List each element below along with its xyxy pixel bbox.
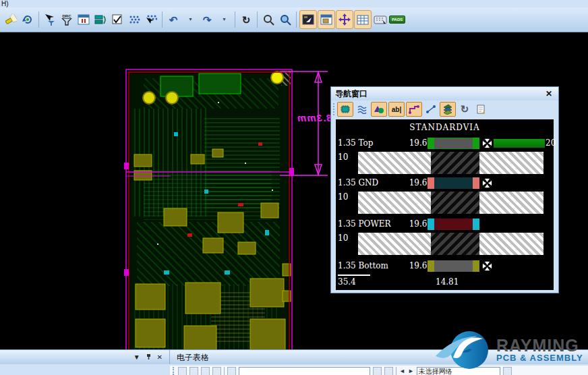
navigation-window: 导航窗口 ✕ ab|	[330, 86, 559, 293]
stackup-layer-top[interactable]: 1.35 Top 19.69 20	[336, 138, 554, 149]
menu-remnant[interactable]: H)	[1, 0, 9, 7]
filter-input[interactable]	[239, 367, 370, 375]
toolbar-separator	[235, 11, 235, 28]
redo-dropdown-icon[interactable]: ▾	[216, 11, 232, 28]
stackup-footer: 35.4 14.81	[336, 277, 554, 289]
frame-view-icon[interactable]	[318, 10, 335, 29]
prev-icon[interactable]: ◄	[399, 367, 405, 375]
navigation-window-title: 导航窗口	[335, 88, 368, 100]
net-pick-icon[interactable]	[143, 11, 159, 28]
via-barrel-segment	[431, 152, 479, 174]
toolbar-separator	[396, 367, 396, 375]
text-tool-icon[interactable]: ab|	[388, 102, 405, 117]
toolbar-separator	[257, 11, 258, 28]
close-icon[interactable]: ✕	[157, 354, 163, 361]
pad-segment	[473, 260, 479, 272]
via-icon	[482, 261, 492, 271]
undo-icon[interactable]: ↶	[165, 11, 181, 28]
layer-label: 1.35 Top	[338, 138, 374, 148]
logo-tagline-text: PCB & ASSEMBLY	[496, 353, 583, 363]
trace-bar	[494, 139, 545, 148]
zoom-icon[interactable]	[260, 11, 276, 28]
measure-icon[interactable]	[423, 103, 438, 116]
stackup-dielectric[interactable]: 10	[336, 192, 554, 214]
layer-stackup-viewer[interactable]: STANDARDVIA 1.35 Top 19.69 20 10 1.35 GN…	[336, 119, 554, 290]
verify-design-icon[interactable]	[109, 11, 125, 28]
pin-icon[interactable]	[146, 353, 152, 362]
dielectric-label: 10	[338, 192, 348, 202]
selection-filter-icon[interactable]	[42, 11, 58, 28]
spreadsheet-tool-icon[interactable]	[178, 367, 187, 375]
dimension-label: 8.3mm	[297, 112, 332, 123]
pan-icon[interactable]	[336, 10, 353, 29]
nets-icon[interactable]	[355, 103, 370, 116]
stackup-title: STANDARDVIA	[336, 123, 554, 132]
toolbar-separator	[38, 11, 39, 28]
navigation-window-titlebar[interactable]: 导航窗口 ✕	[331, 87, 558, 100]
via-width: 14.81	[436, 277, 459, 287]
dock-tab-spreadsheet[interactable]: 电子表格	[170, 352, 209, 364]
toolbar-separator	[224, 367, 225, 375]
drc-filter-icon[interactable]: DRC	[59, 11, 75, 28]
layer-label: 1.35 Bottom	[338, 261, 388, 270]
collapse-icon[interactable]: ▼	[134, 354, 140, 361]
zoom-window-icon[interactable]	[277, 11, 293, 28]
pad-segment	[473, 177, 479, 189]
stackup-layer-bottom[interactable]: 1.35 Bottom 19.69	[336, 260, 554, 272]
keyboard-shortcuts-icon[interactable]	[372, 11, 388, 28]
spreadsheet-tool-icon[interactable]	[189, 367, 198, 375]
redo-icon[interactable]: ↷	[199, 11, 215, 28]
undo-dropdown-icon[interactable]: ▾	[182, 11, 198, 28]
next-icon[interactable]: ►	[408, 367, 414, 375]
spreadsheet-tool-icon[interactable]	[227, 367, 236, 375]
pad-segment	[473, 138, 479, 149]
plane-segment	[434, 177, 473, 189]
menu-bar[interactable]: H)	[0, 0, 588, 7]
rotate-icon[interactable]: ↻	[238, 11, 254, 28]
via-icon	[482, 138, 492, 148]
via-hole-segment	[434, 138, 473, 149]
spreadsheet-tool-icon[interactable]	[201, 367, 210, 375]
layer-stack-icon[interactable]	[440, 102, 456, 117]
stackup-dielectric[interactable]: 10	[336, 233, 554, 255]
layer-toggle-icon[interactable]	[92, 11, 109, 28]
main-toolbar: DRC ↶ ▾ ↷ ▾ ↻	[0, 7, 588, 33]
route-icon[interactable]	[406, 102, 422, 117]
rayming-logo: RAYMING PCB & ASSEMBLY	[430, 329, 588, 371]
board-view-icon[interactable]	[299, 10, 317, 29]
pad-segment	[473, 219, 479, 230]
refresh-icon[interactable]: ↻	[457, 103, 472, 116]
via-hole-segment	[434, 260, 473, 272]
redraw-icon[interactable]	[20, 11, 36, 28]
plane-segment	[434, 219, 473, 230]
via-barrel-segment	[431, 233, 479, 255]
application-window: H) DRC ↶	[0, 0, 588, 375]
toolbar-grip[interactable]	[173, 367, 174, 375]
dielectric-label: 10	[338, 152, 348, 162]
dielectric-label: 10	[338, 233, 348, 243]
net-dots-icon[interactable]	[126, 11, 142, 28]
stackup-layer-power[interactable]: 1.35 POWER 19.69	[336, 219, 554, 230]
dock-controls: ▼ ✕	[0, 350, 170, 365]
selection-underline	[338, 275, 370, 276]
spreadsheet-tool-icon[interactable]	[212, 367, 221, 375]
spreadsheet-tool-icon[interactable]	[373, 367, 382, 375]
stackup-dielectric[interactable]: 10	[336, 152, 554, 174]
highlight-tool-icon[interactable]	[3, 11, 19, 28]
dimension-annotation	[276, 66, 332, 181]
navigation-toolbar: ab| ↻	[331, 100, 558, 118]
stackup-layer-gnd[interactable]: 1.35 GND 19.69	[336, 177, 554, 189]
layer-label: 1.35 POWER	[338, 219, 391, 229]
pads-logo-icon[interactable]: PADS	[389, 11, 405, 28]
spreadsheet-tool-icon[interactable]	[384, 367, 393, 375]
pause-display-icon[interactable]	[76, 11, 92, 28]
export-icon[interactable]	[473, 103, 488, 116]
close-icon[interactable]: ✕	[543, 89, 554, 98]
shapes-icon[interactable]	[371, 102, 387, 117]
layer-right-value: 20	[546, 138, 556, 148]
toolbar-grip[interactable]	[333, 103, 334, 115]
toolbar-separator	[162, 11, 163, 28]
grid-icon[interactable]	[354, 10, 372, 29]
component-icon[interactable]	[337, 102, 353, 117]
rayming-logo-mark	[430, 329, 492, 371]
